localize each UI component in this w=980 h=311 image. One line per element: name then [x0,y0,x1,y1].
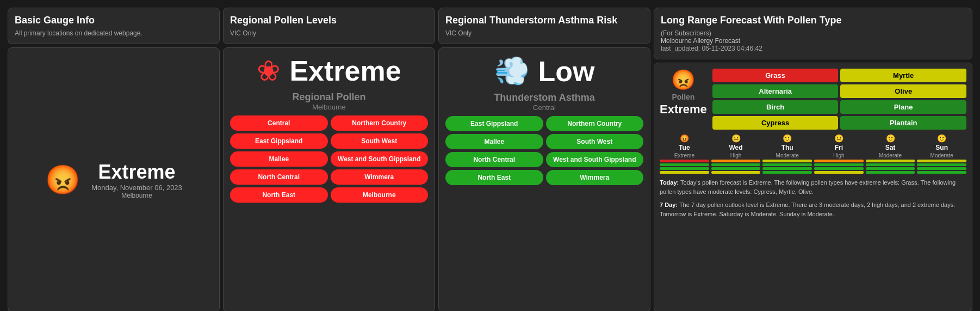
pollen-sub-location: Melbourne [292,103,365,111]
day-bar [660,163,709,166]
pollen-region-btn[interactable]: North Central [230,169,328,185]
day-name-label: Fri [835,144,843,151]
day-level-label: Moderate [931,153,953,158]
day-bar [711,163,761,166]
day-face-icon: 😐 [834,134,843,143]
thunder-wind-icon: 💨 [494,54,530,88]
day-bars [762,160,812,174]
forecast-face-icon: 😡 [671,69,696,92]
forecast-day-col: 😡TueExtreme [660,134,709,174]
pollen-type-btn: Plantain [840,116,966,130]
pollen-main-display: ❀ Extreme [257,54,401,87]
day-bar [814,167,864,170]
thunder-region-btn[interactable]: Wimmera [546,170,644,185]
pollen-extreme-label: Extreme [289,54,401,87]
forecast-day-col: 🙂SunModerate [917,134,966,174]
day-bar [917,167,966,170]
extreme-info: Extreme Monday, November 06, 2023 Melbou… [91,161,182,199]
pollen-region-btn[interactable]: Mallee [230,151,328,167]
forecast-column: Long Range Forecast With Pollen Type (Fo… [654,8,972,311]
pollen-type-btn: Grass [712,69,839,82]
day-bar [814,163,864,166]
forecast-day-col: 🙂ThuModerate [762,134,812,174]
thunder-region-btn[interactable]: Mallee [445,134,543,149]
forecast-days-row: 😡TueExtreme😐WedHigh🙂ThuModerate😐FriHigh🙂… [660,134,966,174]
thunder-main-display: 💨 Low [494,54,595,88]
day-bar [711,160,761,162]
forecast-header: 😡 Pollen Extreme GrassMyrtleAlternariaOl… [660,69,966,130]
pollen-region-btn[interactable]: West and South Gippsland [331,151,429,167]
day-bar [814,171,864,174]
day-name-label: Tue [679,144,690,151]
basic-gauge-title: Basic Gauge Info [15,15,213,26]
day-level-label: Extreme [674,153,694,158]
day-bar [660,167,709,170]
day-level-label: High [833,153,845,158]
thunder-region-btn[interactable]: North East [445,170,543,185]
forecast-pollen-word: Pollen [672,93,694,101]
extreme-level-label: Extreme [91,161,182,184]
thunder-regions-grid: East GippslandNorthern CountryMalleeSout… [445,116,643,185]
pollen-region-btn[interactable]: Melbourne [331,187,429,203]
day-face-icon: 🙂 [886,134,895,143]
pollen-region-btn[interactable]: Wimmera [331,169,429,185]
thunderstorm-main: 💨 Low Thunderstom Asthma Central East Gi… [438,47,650,311]
thunder-region-btn[interactable]: North Central [445,152,543,167]
pollen-type-btn: Alternaria [712,84,839,98]
pollen-type-btn: Olive [840,84,966,98]
pollen-sub-info: Regional Pollen Melbourne [292,92,365,111]
pollen-type-btn: Birch [712,100,839,114]
regional-pollen-main: ❀ Extreme Regional Pollen Melbourne Cent… [223,47,435,311]
pollen-region-btn[interactable]: East Gippsland [230,133,328,149]
pollen-type-btn: Cypress [712,116,839,130]
thunder-region-btn[interactable]: South West [546,134,644,149]
extreme-date: Monday, November 06, 2023 [91,184,182,192]
thunder-level-label: Low [538,55,595,88]
day-level-label: Moderate [776,153,799,158]
pollen-region-btn[interactable]: Northern Country [331,115,429,131]
forecast-day-col: 😐WedHigh [711,134,761,174]
pollen-type-btn: Plane [840,100,966,114]
day-level-label: Moderate [879,153,902,158]
day-name-label: Sat [885,144,896,151]
forecast-day-col: 😐FriHigh [814,134,864,174]
day-face-icon: 🙂 [783,134,792,143]
day-bar [866,160,915,162]
day-name-label: Wed [729,144,742,151]
regional-pollen-title: Regional Pollen Levels [230,15,428,26]
day-bars [866,160,915,174]
pollen-region-btn[interactable]: North East [230,187,328,203]
thunder-region-btn[interactable]: Northern Country [546,116,644,131]
day-bar [660,171,709,174]
day-bar [762,167,812,170]
basic-gauge-main: 😡 Extreme Monday, November 06, 2023 Melb… [8,47,220,311]
forecast-allergy-name: Melbourne Allergy Forecast [661,37,965,45]
day-bar [917,163,966,166]
thunder-sub-title: Thunderstom Asthma [494,92,594,103]
pollen-region-btn[interactable]: South West [331,133,429,149]
forecast-title: Long Range Forecast With Pollen Type [661,15,965,26]
pollen-region-btn[interactable]: Central [230,115,328,131]
extreme-location: Melbourne [91,192,182,199]
day-bar [866,171,915,174]
forecast-today-text: Today: Today's pollen forecast is Extrem… [660,178,966,196]
day-bar [660,160,709,162]
thunder-region-btn[interactable]: East Gippsland [445,116,543,131]
thunderstorm-subtitle: VIC Only [445,29,643,37]
day-name-label: Thu [781,144,793,151]
day-face-icon: 😡 [680,134,689,143]
pollen-type-btn: Myrtle [840,69,966,82]
thunder-region-btn[interactable]: West and South Gippsland [546,152,644,167]
forecast-info-panel: Long Range Forecast With Pollen Type (Fo… [654,8,972,59]
thunder-sub-location: Central [494,103,594,112]
thunderstorm-info-panel: Regional Thunderstorm Asthma Risk VIC On… [438,8,650,44]
day-bars [917,160,966,174]
pollen-sub-title: Regional Pollen [292,92,365,103]
forecast-day-col: 🙂SatModerate [866,134,915,174]
thunderstorm-column: Regional Thunderstorm Asthma Risk VIC On… [438,8,650,311]
thunderstorm-title: Regional Thunderstorm Asthma Risk [445,15,643,26]
day-bar [917,171,966,174]
forecast-pollen-block: 😡 Pollen Extreme [660,69,707,117]
forecast-for-subscribers: (For Subscribers) [661,29,965,37]
basic-gauge-column: Basic Gauge Info All primary locations o… [8,8,220,311]
